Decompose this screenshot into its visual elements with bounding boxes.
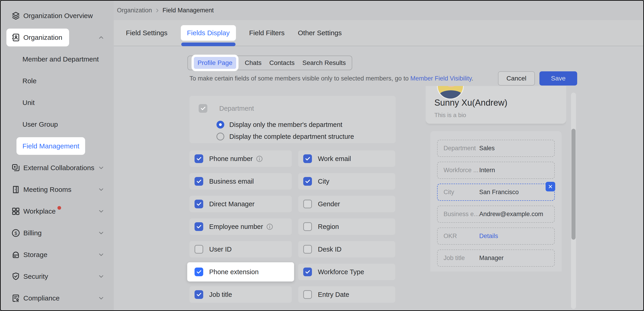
checkbox-checked-icon[interactable] [194,177,203,186]
tab-other-settings[interactable]: Other Settings [298,29,342,37]
subtab-search-results[interactable]: Search Results [302,59,346,66]
checkbox-checked-icon[interactable] [194,268,203,276]
checkbox-unchecked-icon[interactable] [303,290,312,299]
preview-row-department: Department Sales [437,140,555,157]
sidebar-item-label: Storage [23,251,47,259]
profile-fields-card: Department Sales Workforce ... Intern Ci… [430,131,562,272]
field-row-user-id[interactable]: User ID [190,241,292,258]
sidebar-item-workplace[interactable]: Workplace [1,200,114,222]
chevron-down-icon [98,273,104,280]
checkbox-unchecked-icon[interactable] [303,200,312,208]
tab-field-filters[interactable]: Field Filters [249,29,285,37]
profile-name: Sunny Xu(Andrew) [434,98,507,108]
sidebar-item-organization-overview[interactable]: Organization Overview [1,5,114,26]
checkbox-unchecked-icon[interactable] [194,245,203,254]
tab-field-settings[interactable]: Field Settings [126,29,168,37]
sidebar-item-label: Meeting Rooms [23,186,72,193]
door-icon [11,185,20,194]
tab-fields-display[interactable]: Fields Display [181,25,236,41]
checkbox-unchecked-icon[interactable] [303,222,312,231]
svg-text:$: $ [14,230,17,236]
sidebar: Organization Overview Organization Membe… [1,1,114,310]
sidebar-item-role[interactable]: Role [1,70,114,92]
info-icon[interactable] [256,155,263,162]
checkbox-checked-icon[interactable] [194,222,203,231]
radio-selected-icon [216,121,224,128]
department-settings-block: Department Display only the member's dep… [190,96,396,143]
sidebar-item-label: Organization Overview [23,12,93,20]
preview-row-city-selected[interactable]: City San Francisco [437,184,555,201]
checkbox-unchecked-icon[interactable] [303,245,312,254]
field-row-workforce-type[interactable]: Workforce Type [298,264,395,280]
field-row-entry-date[interactable]: Entry Date [298,286,395,303]
sidebar-item-meeting-rooms[interactable]: Meeting Rooms [1,179,114,200]
field-row-work-email[interactable]: Work email [298,150,395,167]
sidebar-item-label: External Collaborations [23,164,94,172]
field-checkbox-column-left: Phone number Business email Direct Manag… [190,150,292,309]
okr-details-link[interactable]: Details [479,233,498,240]
sidebar-item-label: Unit [22,99,34,107]
cancel-button[interactable]: Cancel [498,71,535,85]
member-field-visibility-link[interactable]: Member Field Visibility [410,75,472,82]
dollar-circle-icon: $ [11,228,20,238]
sidebar-item-storage[interactable]: Storage [1,244,114,266]
breadcrumb-organization[interactable]: Organization [117,7,152,14]
visibility-note: To make certain fields of some members v… [190,75,473,82]
tab-bar: Field Settings Fields Display Field Filt… [114,20,643,46]
preview-row-workforce-type: Workforce ... Intern [437,162,555,179]
profile-bio: This is a bio [434,112,466,119]
subtab-profile-page[interactable]: Profile Page [194,57,236,69]
close-icon[interactable] [546,182,555,191]
checkbox-checked-icon[interactable] [303,177,312,186]
radio-member-department-only[interactable]: Display only the member's department [199,119,386,131]
checkbox-checked-icon[interactable] [194,200,203,208]
sidebar-item-field-management[interactable]: Field Management [1,135,114,157]
radio-unselected-icon [216,133,224,140]
save-button[interactable]: Save [540,71,577,85]
sidebar-item-billing[interactable]: $ Billing [1,222,114,244]
sidebar-item-label: Billing [23,229,42,237]
field-row-direct-manager[interactable]: Direct Manager [190,196,292,212]
preview-row-okr: OKR Details [437,228,555,245]
sidebar-item-organization[interactable]: Organization [1,26,114,48]
sidebar-item-user-group[interactable]: User Group [1,113,114,135]
preview-row-business-email: Business e... Andrew@example.com [437,206,555,223]
field-row-employee-number[interactable]: Employee number [190,218,292,235]
subtab-chats[interactable]: Chats [245,59,262,66]
checkbox-checked-icon[interactable] [303,154,312,163]
sidebar-item-label: Compliance [23,294,60,302]
sidebar-item-label: Member and Department [22,55,99,63]
field-row-job-title[interactable]: Job title [190,286,292,303]
field-row-business-email[interactable]: Business email [190,173,292,190]
chevron-down-icon [98,208,104,215]
field-row-desk-id[interactable]: Desk ID [298,241,395,258]
sidebar-item-unit[interactable]: Unit [1,92,114,113]
field-row-phone-number[interactable]: Phone number [190,150,292,167]
subtab-contacts[interactable]: Contacts [269,59,295,66]
main-content: Profile Page Chats Contacts Search Resul… [114,46,643,310]
profile-preview-panel: Sunny Xu(Andrew) This is a bio Departmen… [426,86,566,272]
radio-complete-structure[interactable]: Display the complete department structur… [199,131,386,142]
layers-icon [11,11,20,20]
field-row-city[interactable]: City [298,173,395,190]
scrollbar-thumb[interactable] [572,129,576,240]
preview-row-job-title: Job title Manager [437,250,555,267]
checkbox-checked-icon[interactable] [303,268,312,276]
checkbox-checked-icon[interactable] [194,290,203,299]
sidebar-item-compliance[interactable]: Compliance [1,287,114,309]
department-label: Department [219,105,254,112]
sidebar-item-security[interactable]: Security [1,266,114,287]
grid-icon [11,207,20,216]
info-icon[interactable] [266,223,273,230]
checkbox-checked-icon[interactable] [194,154,203,163]
drive-icon [11,250,20,260]
sidebar-item-member-and-department[interactable]: Member and Department [1,48,114,70]
sidebar-item-label: User Group [22,120,58,128]
contacts-book-icon [11,33,20,42]
field-row-phone-extension[interactable]: Phone extension [187,262,294,282]
field-row-gender[interactable]: Gender [298,196,395,212]
copy-icon [11,163,20,173]
sidebar-item-external-collaborations[interactable]: External Collaborations [1,157,114,179]
breadcrumb: Organization Field Management [114,1,643,20]
field-row-region[interactable]: Region [298,218,395,235]
